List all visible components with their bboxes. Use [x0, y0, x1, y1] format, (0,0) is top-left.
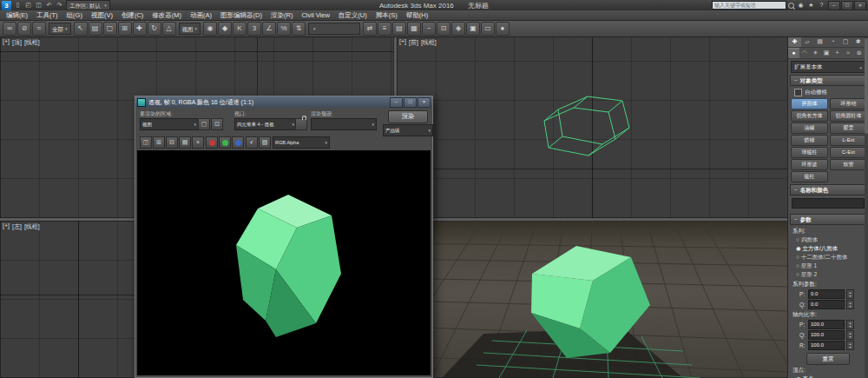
- select-and-link-icon[interactable]: ∞: [3, 22, 16, 36]
- btn-c-ext[interactable]: C-Ext: [830, 147, 867, 158]
- viewport-front[interactable]: [+] [前] [线框]: [397, 36, 788, 218]
- green-channel-icon[interactable]: [219, 136, 231, 149]
- viewport-menu-shading[interactable]: [线框]: [421, 38, 437, 47]
- viewport-menu-plus[interactable]: [+]: [3, 38, 10, 47]
- window-minimize-button[interactable]: –: [828, 1, 840, 10]
- angle-snap-icon[interactable]: ∠: [262, 22, 276, 36]
- render-production-icon[interactable]: ●: [496, 22, 510, 36]
- render-button[interactable]: 渲染: [388, 110, 428, 123]
- alpha-channel-icon[interactable]: ▨: [259, 136, 271, 149]
- btn-ringwave[interactable]: 环形波: [791, 159, 828, 170]
- schematic-view-icon[interactable]: ⊡: [437, 22, 450, 36]
- reset-button[interactable]: 重置: [806, 353, 850, 365]
- select-scale-icon[interactable]: △: [162, 22, 176, 36]
- btn-capsule[interactable]: 胶囊: [830, 123, 867, 134]
- menu-modifiers[interactable]: 修改器(M): [148, 10, 186, 20]
- material-editor-icon[interactable]: ◈: [451, 22, 465, 36]
- tab-modify[interactable]: ▱: [801, 36, 814, 47]
- btn-spindle[interactable]: 纺锤: [791, 135, 828, 146]
- viewport-menu-plus[interactable]: [+]: [3, 222, 10, 231]
- unlink-selection-icon[interactable]: ⊘: [17, 22, 31, 36]
- reference-coordinate-dropdown[interactable]: 视图: [179, 23, 201, 35]
- btn-oiltank[interactable]: 油罐: [791, 123, 828, 134]
- menu-group[interactable]: 组(G): [62, 10, 87, 20]
- menu-animation[interactable]: 动画(A): [186, 10, 216, 20]
- q-spinner[interactable]: [846, 300, 854, 309]
- q-value-field[interactable]: 0.0: [808, 300, 845, 309]
- region-select-icon[interactable]: ▢: [103, 22, 117, 36]
- rendered-frame-icon[interactable]: ▭: [481, 22, 495, 36]
- help-icon[interactable]: ?: [817, 1, 826, 10]
- btn-l-ext[interactable]: L-Ext: [830, 135, 867, 146]
- undo-icon[interactable]: ↶: [44, 1, 54, 10]
- rfw-maximize-button[interactable]: □: [404, 97, 417, 108]
- auto-region-icon[interactable]: ⊡: [211, 118, 223, 130]
- red-channel-icon[interactable]: [206, 136, 218, 149]
- search-input[interactable]: [712, 1, 786, 10]
- menu-views[interactable]: 视图(V): [87, 10, 117, 20]
- btn-prism[interactable]: 棱柱: [791, 171, 828, 182]
- axis-r-field[interactable]: 100.0: [808, 341, 845, 350]
- rfw-minimize-button[interactable]: –: [390, 97, 403, 108]
- signin-icon[interactable]: ◉: [796, 1, 806, 10]
- use-pivot-center-icon[interactable]: ◉: [203, 22, 217, 36]
- select-manipulate-icon[interactable]: ◆: [218, 22, 232, 36]
- spinner-snap-icon[interactable]: ⇅: [292, 22, 306, 36]
- rollout-name-color[interactable]: 名称和颜色: [790, 184, 866, 196]
- search-icon[interactable]: [788, 3, 794, 9]
- cat-shapes-icon[interactable]: ◠: [799, 48, 811, 58]
- bind-spacewarp-icon[interactable]: ≈: [32, 22, 46, 36]
- blue-channel-icon[interactable]: [232, 136, 244, 149]
- rfw-viewport-dropdown[interactable]: 四元菜单 4 - 透视: [234, 118, 297, 130]
- p-value-field[interactable]: 0.0: [808, 289, 845, 299]
- viewport-menu-plus[interactable]: [+]: [399, 38, 406, 47]
- autogrid-checkbox[interactable]: [794, 89, 802, 96]
- curve-editor-icon[interactable]: ~: [422, 22, 436, 36]
- edit-region-icon[interactable]: ▢: [198, 118, 210, 130]
- selection-filter-dropdown[interactable]: 全部: [49, 23, 71, 35]
- btn-gengon[interactable]: 球棱柱: [791, 147, 828, 158]
- btn-chamfercyl[interactable]: 切角圆柱体: [830, 110, 867, 122]
- workspace-selector[interactable]: 工作区: 默认: [66, 0, 110, 10]
- tab-hierarchy[interactable]: ▤: [813, 36, 826, 47]
- radio-star1[interactable]: ○ 星形 1: [788, 262, 868, 270]
- channel-display-dropdown[interactable]: RGB Alpha: [273, 136, 330, 149]
- align-icon[interactable]: ≡: [378, 22, 391, 36]
- menu-customize[interactable]: 自定义(U): [334, 10, 372, 20]
- new-scene-icon[interactable]: ▯: [13, 1, 23, 10]
- viewport-menu-shading[interactable]: [线框]: [24, 38, 40, 47]
- window-close-button[interactable]: ×: [854, 1, 866, 10]
- select-rotate-icon[interactable]: ↻: [148, 22, 161, 36]
- save-file-icon[interactable]: ◫: [34, 1, 43, 10]
- menu-tools[interactable]: 工具(T): [32, 10, 62, 20]
- cat-cameras-icon[interactable]: ▣: [821, 48, 832, 58]
- radio-basepoint[interactable]: ◉ 基点: [788, 375, 868, 378]
- cat-systems-icon[interactable]: ⊛: [853, 48, 865, 58]
- radio-tetra[interactable]: ○ 四面体: [788, 235, 868, 244]
- lock-viewport-icon[interactable]: [295, 118, 307, 130]
- viewport-menu-view[interactable]: [顶]: [12, 38, 22, 47]
- menu-civil-view[interactable]: Civil View: [297, 10, 333, 20]
- percent-snap-icon[interactable]: %: [277, 22, 291, 36]
- tab-motion[interactable]: ◔: [826, 36, 839, 47]
- render-preset-dropdown[interactable]: [311, 118, 377, 130]
- named-selection-dropdown[interactable]: [308, 23, 360, 35]
- primitive-category-dropdown[interactable]: 扩展基本体: [791, 61, 865, 73]
- keyboard-override-icon[interactable]: K: [233, 22, 247, 36]
- menu-scripting[interactable]: 脚本(S): [372, 10, 402, 20]
- cat-spacewarps-icon[interactable]: ≈: [843, 48, 854, 58]
- radio-star2[interactable]: ○ 星形 2: [788, 270, 868, 279]
- rfw-close-button[interactable]: ×: [418, 97, 431, 108]
- select-move-icon[interactable]: ✚: [133, 22, 147, 36]
- save-image-icon[interactable]: ◫: [140, 136, 152, 149]
- select-object-icon[interactable]: ↖: [74, 22, 88, 36]
- rfw-titlebar[interactable]: 透视, 帧 0, RGBA 颜色 16 位/通道 (1:1) –□×: [135, 96, 432, 108]
- mirror-icon[interactable]: ⇄: [363, 22, 377, 36]
- menu-rendering[interactable]: 渲染(R): [266, 10, 297, 20]
- axis-q-field[interactable]: 100.0: [808, 330, 845, 340]
- btn-chamferbox[interactable]: 切角长方体: [791, 110, 828, 122]
- titlebar[interactable]: 3 ▯◰◫↶↷ 工作区: 默认 Autodesk 3ds Max 2016 无标…: [0, 0, 868, 10]
- hedra-wireframe[interactable]: [397, 36, 788, 218]
- btn-hedra[interactable]: 异面体: [791, 98, 828, 109]
- redo-icon[interactable]: ↷: [55, 1, 64, 10]
